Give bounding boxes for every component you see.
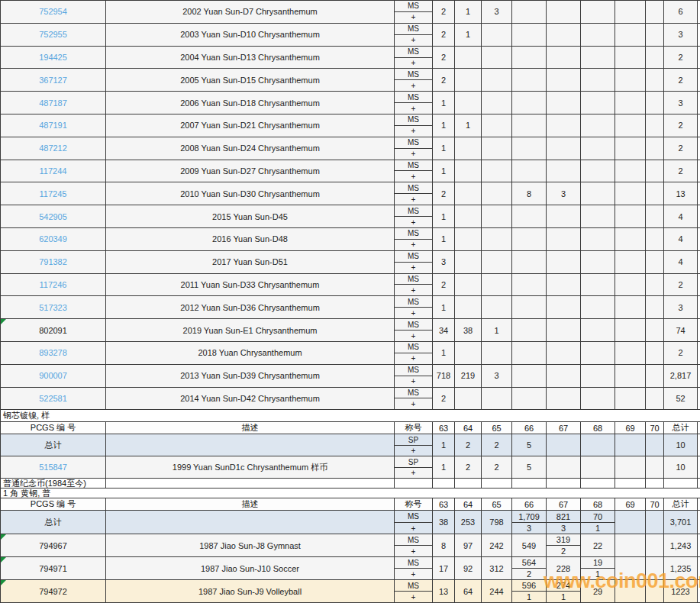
grade-count-text: 242 [489,541,503,550]
pcgs-number-cell: 总计 [1,511,106,534]
pcgs-number-link[interactable]: 515847 [39,463,67,472]
description-cell: 2004 Yuan Sun-D13 Chrysanthemum [106,47,395,69]
pcgs-number-link[interactable]: 117244 [40,166,67,176]
grade-count-text: 549 [522,541,536,550]
designation-plus-label: + [395,240,432,250]
pcgs-number-link[interactable]: 542905 [39,212,67,221]
grade-cell-70 [646,434,664,456]
pcgs-number-link[interactable]: 117246 [40,280,67,289]
total-cell: 6 [664,1,698,23]
grade-cell-68 [581,137,615,160]
pcgs-number-link[interactable]: 893278 [39,348,67,357]
pcgs-number-link[interactable]: 487212 [39,143,67,153]
pcgs-number-cell: 517323 [1,296,106,318]
designation-plus-text: + [411,13,416,21]
pcgs-number-link[interactable]: 487187 [39,98,67,108]
pcgs-number-link[interactable]: 900007 [39,371,67,380]
pcgs-number-link[interactable]: 752955 [39,30,67,39]
section-band-label: 1 角 黄钢, 普 [3,488,50,499]
designation-plus-label: + [395,546,432,556]
designation-plus-label: + [395,331,432,341]
designation-plus-label: + [395,80,432,91]
total-count-text: 2,817 [670,371,692,380]
pcgs-number-link[interactable]: 487191 [39,121,67,130]
designation-cell: MS+ [395,182,433,205]
grade-plus-count-text: 1 [595,524,600,533]
description-cell: 2013 Yuan Sun-D39 Chrysanthemum [106,365,395,387]
grade-cell-64: 64 [455,580,482,602]
grade-cell-65: 2 [482,434,512,456]
total-cell: 2 [664,114,698,137]
grade-cell-68 [581,160,615,182]
designation-plus-label: + [395,194,432,205]
grade-count-text: 1 [441,234,446,243]
pcgs-number-link[interactable]: 791382 [39,257,67,266]
pcgs-number-link[interactable]: 522581 [39,394,67,403]
designation-cell: SP+ [395,434,433,456]
grade-cell-67 [547,319,581,341]
designation-plus-label: + [395,569,432,579]
total-count-text: 3 [678,30,682,39]
grade-cell-70 [646,456,664,478]
table-row: 1172442009 Yuan Sun-D27 ChrysanthemumMS+… [0,160,700,183]
designation-cell: MS+ [395,69,433,91]
pcgs-number-link[interactable]: 194425 [39,53,67,62]
designation-plus-text: + [411,36,416,44]
grade-cell-67 [547,228,581,250]
grade-cell-68 [581,228,615,250]
grade-cell-65 [482,160,512,182]
grade-cell-67: 228 [547,557,581,579]
grade-cell-69 [615,160,646,182]
total-cell: 10 [664,456,698,478]
designation-plus-text: + [411,218,416,227]
pcgs-number-link[interactable]: 117245 [40,189,67,198]
grade-count-text: 2 [441,7,446,16]
designation-plus-text: + [411,195,416,204]
grade-cell-66: 8 [512,182,547,205]
header-grade-64: 64 [455,498,482,510]
designation-grade-text: MS [408,389,419,397]
pcgs-number-cell: 515847 [1,456,106,478]
pcgs-number-cell: 总计 [1,434,106,456]
pcgs-number-cell: 117245 [1,182,106,205]
section-band-label-cell: 钢芯镀镍, 样 [1,410,700,421]
description-cell: 2002 Yuan Sun-D7 Chrysanthemum [106,1,395,23]
description-cell: 2019 Yuan Sun-E1 Chrysanthemum [106,319,395,341]
grade-count-text: 1 [441,463,446,472]
pcgs-number-link[interactable]: 367127 [39,76,67,85]
description-text: 2011 Yuan Sun-D33 Chrysanthemum [181,280,320,289]
grade-cell-70 [646,388,664,410]
description-text: 2002 Yuan Sun-D7 Chrysanthemum [182,7,318,16]
total-cell: 2 [664,342,698,364]
grade-cell-64 [455,182,482,205]
grade-cell-63: 2 [433,182,455,205]
pcgs-number-link[interactable]: 517323 [39,303,67,312]
total-count-text: 13 [676,189,685,198]
designation-cell: MS+ [395,24,433,46]
designation-grade-text: MS [408,184,419,192]
grade-count-text: 92 [463,564,473,573]
grade-cell-67: 2741 [547,580,581,602]
pcgs-number-link[interactable]: 752954 [39,7,67,16]
pcgs-number-text: 794967 [39,541,67,550]
total-count-text: 4 [678,234,682,243]
grade-cell-70 [646,228,664,250]
grade-cell-69 [615,296,646,318]
grade-cell-69 [615,228,646,250]
grade-cell-67 [547,456,581,478]
section-band-empty-cell [455,479,482,488]
grade-cell-64 [455,342,482,364]
designation-cell: MS+ [395,365,433,387]
grade-cell-70 [646,365,664,387]
grade-cell-70 [646,274,664,296]
grade-cell-63: 17 [433,557,455,579]
grade-count-text: 19 [593,558,602,567]
grade-cell-66 [512,296,547,318]
designation-grade-label: MS [395,251,432,263]
grade-plus-count: 3 [547,523,580,534]
grade-cell-69 [615,557,646,579]
table-row: 7529552003 Yuan Sun-D10 ChrysanthemumMS+… [0,24,700,47]
grade-cell-63: 1 [433,160,455,182]
pcgs-number-link[interactable]: 620349 [39,234,67,243]
grade-cell-70 [646,92,664,114]
